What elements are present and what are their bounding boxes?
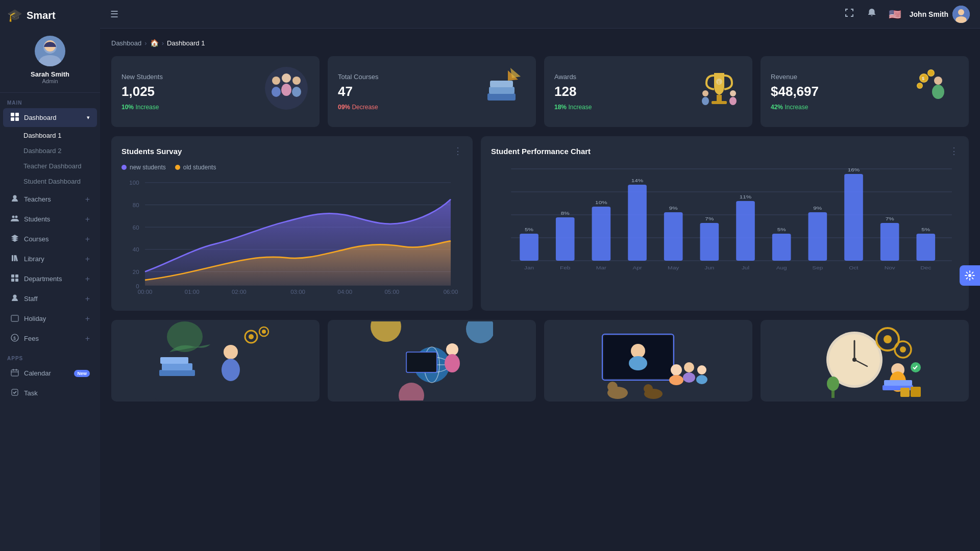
logo-icon: 🎓 xyxy=(7,8,22,22)
stat-img-new-students xyxy=(263,65,309,118)
svg-point-148 xyxy=(607,382,618,392)
svg-point-23 xyxy=(958,9,964,15)
sub-item-student-dashboard[interactable]: Student Dashboard xyxy=(10,174,97,189)
teachers-label: Teachers xyxy=(24,195,51,203)
fullscreen-icon[interactable] xyxy=(845,8,854,20)
svg-rect-167 xyxy=(900,388,910,397)
svg-text:$: $ xyxy=(922,76,924,81)
sub-item-teacher-dashboard[interactable]: Teacher Dashboard xyxy=(10,159,97,173)
perf-chart-menu[interactable]: ⋮ xyxy=(949,145,959,157)
fees-plus[interactable]: + xyxy=(85,334,90,343)
stats-row: New Students 1,025 10% Increase xyxy=(111,56,969,127)
svg-point-142 xyxy=(669,375,683,385)
svg-rect-107 xyxy=(880,223,899,261)
avatar xyxy=(35,36,65,66)
bottom-row xyxy=(111,320,969,402)
profile-role: Admin xyxy=(42,78,58,84)
stat-img-revenue: $ xyxy=(913,65,959,118)
svg-text:$: $ xyxy=(13,336,16,341)
staff-label: Staff xyxy=(24,295,38,303)
sidebar-item-teachers[interactable]: Teachers + xyxy=(3,190,97,209)
svg-rect-77 xyxy=(520,234,538,261)
survey-chart-legend: new students old students xyxy=(121,164,462,171)
chevron-icon: ▾ xyxy=(87,114,90,121)
svg-rect-10 xyxy=(12,255,13,261)
breadcrumb-root[interactable]: Dashboad xyxy=(111,39,141,47)
bc-sep1: › xyxy=(144,39,146,47)
svg-rect-3 xyxy=(11,113,14,116)
svg-point-8 xyxy=(12,216,15,218)
breadcrumb: Dashboad › 🏠 › Dashboard 1 xyxy=(111,39,969,47)
svg-rect-98 xyxy=(772,234,791,261)
svg-rect-13 xyxy=(15,274,18,278)
sidebar-item-dashboard[interactable]: Dashboard ▾ xyxy=(3,108,97,127)
svg-text:11%: 11% xyxy=(740,194,752,199)
svg-text:80: 80 xyxy=(133,202,139,208)
bottom-card-3 xyxy=(544,320,752,402)
sidebar-logo: 🎓 Smart xyxy=(0,0,100,31)
sidebar-item-staff[interactable]: Staff + xyxy=(3,289,97,308)
sidebar-item-library[interactable]: Library + xyxy=(3,249,97,268)
courses-plus[interactable]: + xyxy=(85,235,90,244)
sidebar-item-holiday[interactable]: Holiday + xyxy=(3,309,97,328)
home-icon[interactable]: 🏠 xyxy=(150,39,159,47)
svg-text:05:00: 05:00 xyxy=(384,289,399,295)
staff-plus[interactable]: + xyxy=(85,294,90,304)
teachers-plus[interactable]: + xyxy=(85,195,90,204)
svg-rect-115 xyxy=(159,370,195,376)
svg-rect-168 xyxy=(911,387,921,397)
sidebar-item-task[interactable]: Task xyxy=(3,384,97,403)
svg-point-7 xyxy=(13,195,17,199)
svg-text:60: 60 xyxy=(133,224,139,231)
sidebar-item-fees[interactable]: $ Fees + xyxy=(3,329,97,348)
sidebar-item-students[interactable]: Students + xyxy=(3,210,97,229)
survey-chart-menu[interactable]: ⋮ xyxy=(453,145,462,157)
stat-card-revenue: Revenue $48,697 42% Increase $ xyxy=(761,56,969,127)
sub-item-dashboard1[interactable]: Dashboard 1 xyxy=(10,128,97,143)
svg-text:10%: 10% xyxy=(595,200,607,205)
holiday-plus[interactable]: + xyxy=(85,314,90,323)
stat-change-revenue: 42% Increase xyxy=(771,104,819,111)
sidebar-item-calendar[interactable]: Calendar New xyxy=(3,364,97,383)
svg-point-144 xyxy=(683,372,695,383)
svg-text:Jul: Jul xyxy=(742,265,749,270)
legend-dot-old xyxy=(175,165,180,170)
svg-rect-17 xyxy=(11,315,18,321)
svg-point-139 xyxy=(631,344,645,358)
sidebar-item-departments[interactable]: Departments + xyxy=(3,269,97,288)
teachers-icon xyxy=(10,194,19,204)
svg-text:Apr: Apr xyxy=(632,265,642,270)
students-icon xyxy=(10,214,19,224)
courses-icon xyxy=(10,234,19,244)
svg-rect-12 xyxy=(11,274,14,278)
charts-row: Students Survay ⋮ new students old stude… xyxy=(111,136,969,311)
stat-info-awards: Awards 128 18% Increase xyxy=(554,73,592,111)
survey-chart-card: Students Survay ⋮ new students old stude… xyxy=(111,136,473,311)
svg-text:1: 1 xyxy=(718,80,720,85)
bell-icon[interactable] xyxy=(867,8,876,20)
library-plus[interactable]: + xyxy=(85,255,90,264)
svg-rect-34 xyxy=(490,81,513,87)
students-plus[interactable]: + xyxy=(85,215,90,224)
svg-text:100: 100 xyxy=(129,180,139,186)
svg-point-143 xyxy=(684,362,694,372)
survey-chart-svg: 100 80 60 40 20 0 xyxy=(121,177,462,299)
svg-marker-36 xyxy=(510,68,521,78)
departments-plus[interactable]: + xyxy=(85,274,90,284)
svg-text:40: 40 xyxy=(133,246,139,253)
svg-rect-20 xyxy=(11,370,18,376)
menu-icon[interactable]: ☰ xyxy=(110,9,118,20)
breadcrumb-current: Dashboard 1 xyxy=(167,39,205,47)
svg-point-150 xyxy=(644,384,653,393)
legend-dot-new xyxy=(121,165,127,170)
topbar-user[interactable]: John Smith xyxy=(910,6,970,23)
flag-icon[interactable]: 🇺🇸 xyxy=(889,8,901,20)
svg-rect-164 xyxy=(884,380,912,386)
sidebar-item-courses[interactable]: Courses + xyxy=(3,230,97,248)
svg-rect-14 xyxy=(11,279,14,282)
settings-fab[interactable] xyxy=(960,265,980,286)
staff-icon xyxy=(10,294,19,304)
sub-item-dashboard2[interactable]: Dashboard 2 xyxy=(10,143,97,158)
svg-rect-32 xyxy=(487,93,516,101)
svg-point-141 xyxy=(671,364,682,375)
